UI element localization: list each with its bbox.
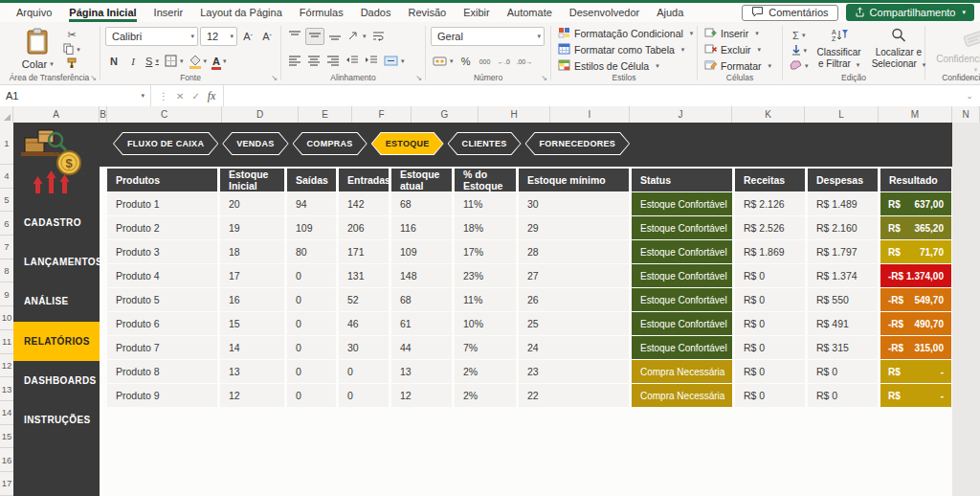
sidebar-item-análise[interactable]: ANÁLISE (13, 282, 100, 321)
column-header-A[interactable]: A (13, 106, 100, 123)
cell-despesas[interactable]: R$ 0 (808, 360, 878, 383)
menu-tab-desenvolvedor[interactable]: Desenvolvedor (561, 3, 648, 22)
clear-button[interactable]: ▾ (788, 59, 811, 74)
cell-saidas[interactable]: 94 (287, 192, 336, 215)
cell-despesas[interactable]: R$ 315 (808, 336, 878, 359)
cell-estoque-inicial[interactable]: 12 (220, 384, 284, 407)
cell-entradas[interactable]: 131 (339, 264, 389, 287)
cell-status[interactable]: Estoque Confortável (632, 240, 732, 263)
insert-function-icon[interactable]: fx (208, 89, 216, 103)
cell-despesas[interactable]: R$ 1.797 (808, 240, 878, 263)
expand-formula-bar-icon[interactable]: ⌄ (959, 85, 980, 106)
increase-font-button[interactable]: Aˆ (239, 28, 256, 45)
conditional-formatting-button[interactable]: Formatação Condicional▾ (556, 26, 692, 41)
sidebar-item-lançamentos[interactable]: LANÇAMENTOS (13, 242, 100, 282)
cell-receitas[interactable]: R$ 2.526 (735, 216, 805, 239)
column-header-H[interactable]: H (479, 106, 550, 123)
row-header-12[interactable]: 12 (0, 354, 13, 378)
align-middle-button[interactable] (305, 28, 324, 45)
cell-estoque-minimo[interactable]: 28 (519, 240, 629, 263)
cell-resultado[interactable]: R$- (880, 384, 951, 407)
cell-estoque-inicial[interactable]: 14 (220, 336, 284, 359)
accounting-format-button[interactable]: ▾ (431, 53, 456, 70)
cell-pct-do-estoque[interactable]: 2% (455, 360, 516, 383)
cell-entradas[interactable]: 0 (339, 384, 389, 407)
dialog-launcher-icon[interactable]: ↘ (271, 74, 278, 82)
cell-estoque-atual[interactable]: 68 (391, 288, 452, 311)
formula-input[interactable] (224, 85, 959, 106)
column-header-E[interactable]: E (299, 106, 352, 123)
name-box[interactable]: A1▾ (0, 85, 151, 106)
row-header-4[interactable]: 4 (0, 165, 13, 189)
cell-estoque-atual[interactable]: 109 (391, 240, 452, 263)
cell-resultado[interactable]: -R$1.374,00 (880, 264, 951, 287)
cell-estoque-minimo[interactable]: 30 (519, 192, 629, 215)
cell-produto[interactable]: Produto 8 (107, 360, 217, 383)
find-select-button[interactable]: Localizar eSelecionar ▾ (868, 26, 930, 76)
decrease-font-button[interactable]: Aˇ (258, 28, 276, 45)
cell-status[interactable]: Estoque Confortável (632, 192, 732, 215)
percent-style-button[interactable]: % (457, 53, 475, 70)
cell-entradas[interactable]: 142 (339, 192, 389, 215)
menu-tab-exibir[interactable]: Exibir (455, 3, 499, 22)
nav-tab-vendas[interactable]: VENDAS (222, 132, 288, 155)
cell-pct-do-estoque[interactable]: 18% (455, 216, 516, 239)
dialog-launcher-icon[interactable]: ↘ (90, 74, 97, 82)
cell-estoque-minimo[interactable]: 25 (519, 312, 629, 335)
cell-saidas[interactable]: 80 (287, 240, 336, 263)
nav-tab-fluxo-de-caixa[interactable]: FLUXO DE CAIXA (113, 132, 218, 155)
fill-color-button[interactable]: ▾ (188, 53, 210, 70)
cell-despesas[interactable]: R$ 1.489 (808, 192, 878, 215)
cell-entradas[interactable]: 206 (339, 216, 389, 239)
format-painter-button[interactable] (61, 56, 82, 71)
menu-tab-revisão[interactable]: Revisão (399, 3, 455, 22)
cell-entradas[interactable]: 46 (339, 312, 389, 335)
cell-receitas[interactable]: R$ 0 (735, 288, 805, 311)
cell-status[interactable]: Compra Necessária (632, 384, 732, 407)
cell-estoque-minimo[interactable]: 26 (519, 288, 629, 311)
table-header-status[interactable]: Status (632, 169, 732, 192)
autosum-button[interactable]: Σ▾ (788, 29, 811, 43)
nav-tab-clientes[interactable]: CLIENTES (448, 132, 522, 155)
merge-center-button[interactable]: ▾ (382, 53, 407, 70)
cell-pct-do-estoque[interactable]: 17% (455, 240, 516, 263)
cell-entradas[interactable]: 171 (339, 240, 389, 263)
cell-estoque-atual[interactable]: 44 (391, 336, 452, 359)
row-header-1[interactable]: 1 (0, 123, 13, 165)
cell-styles-button[interactable]: Estilos de Célula▾ (556, 58, 692, 74)
cell-status[interactable]: Estoque Confortável (632, 336, 732, 359)
fill-button[interactable]: ▾ (788, 44, 811, 58)
cell-estoque-inicial[interactable]: 17 (220, 264, 284, 287)
cell-produto[interactable]: Produto 6 (107, 312, 217, 335)
paste-button[interactable]: Colar▾ (16, 26, 58, 72)
align-bottom-button[interactable] (326, 28, 344, 45)
collapse-ribbon-icon[interactable]: ⌄ (967, 72, 974, 81)
cell-pct-do-estoque[interactable]: 23% (455, 264, 516, 287)
row-header-9[interactable]: 9 (0, 282, 13, 306)
column-header-N[interactable]: N (952, 106, 980, 123)
cell-resultado[interactable]: R$- (880, 360, 951, 383)
cell-status[interactable]: Estoque Confortável (632, 264, 732, 287)
share-button[interactable]: Compartilhamento ▾ (846, 4, 974, 21)
dialog-launcher-icon[interactable]: ↘ (415, 74, 422, 82)
cell-produto[interactable]: Produto 2 (107, 216, 217, 239)
table-header-entradas[interactable]: Entradas (339, 169, 389, 192)
cell-despesas[interactable]: R$ 491 (808, 312, 878, 335)
row-header-5[interactable]: 5 (0, 189, 13, 213)
cell-receitas[interactable]: R$ 0 (735, 360, 805, 383)
cell-produto[interactable]: Produto 4 (107, 264, 217, 287)
cell-status[interactable]: Estoque Confortável (632, 312, 732, 335)
cell-produto[interactable]: Produto 1 (107, 192, 217, 215)
font-family-select[interactable]: Calibri▾ (105, 27, 198, 46)
cell-estoque-atual[interactable]: 68 (391, 192, 452, 215)
cell-estoque-atual[interactable]: 13 (391, 360, 452, 383)
cell-entradas[interactable]: 30 (339, 336, 389, 359)
cell-pct-do-estoque[interactable]: 11% (455, 192, 516, 215)
table-header-resultado[interactable]: Resultado (880, 169, 951, 192)
cell-resultado[interactable]: R$71,70 (880, 240, 951, 263)
table-header-produtos[interactable]: Produtos (107, 169, 217, 192)
cell-estoque-minimo[interactable]: 22 (519, 384, 629, 407)
row-header-17[interactable]: 17 (0, 472, 13, 496)
column-header-G[interactable]: G (412, 106, 479, 123)
align-left-button[interactable] (286, 53, 303, 70)
